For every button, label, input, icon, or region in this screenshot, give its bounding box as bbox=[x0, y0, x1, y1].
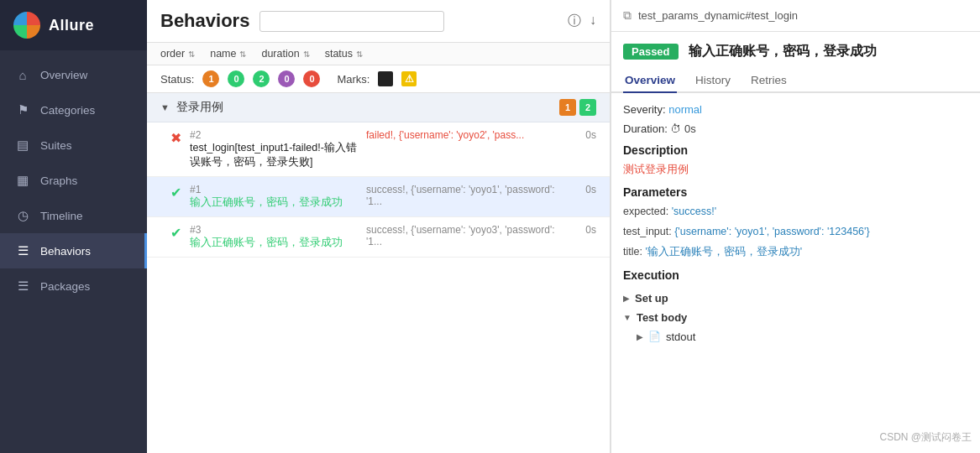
duration-label: Duration: bbox=[623, 122, 668, 135]
categories-icon: ⚑ bbox=[15, 102, 30, 117]
test-duration: 0s bbox=[576, 224, 596, 236]
sidebar-label-graphs: Graphs bbox=[40, 174, 77, 187]
right-panel: ⧉ test_params_dynamic#test_login Passed … bbox=[611, 0, 980, 453]
packages-icon: ☰ bbox=[15, 279, 30, 294]
setup-row[interactable]: ▶ Set up bbox=[623, 289, 968, 308]
rp-status-row: Passed 输入正确账号，密码，登录成功 bbox=[611, 32, 980, 60]
sidebar-label-behaviors: Behaviors bbox=[40, 245, 91, 258]
rp-detail: Severity: normal Duration: ⏱ 0s Descript… bbox=[611, 93, 980, 453]
status-badge-3: 2 bbox=[253, 70, 270, 87]
test-result: success!, {'username': 'yoyo1', 'passwor… bbox=[366, 184, 568, 207]
name-sort-icon: ⇅ bbox=[239, 49, 246, 59]
filter-bar: order ⇅ name ⇅ duration ⇅ status ⇅ bbox=[147, 43, 610, 65]
suites-icon: ▤ bbox=[15, 138, 30, 153]
mark-warn-icon: ⚠ bbox=[401, 71, 417, 86]
tab-history[interactable]: History bbox=[694, 69, 732, 93]
watermark: CSDN @测试闷卷王 bbox=[879, 430, 972, 445]
sidebar-item-behaviors[interactable]: ☰ Behaviors bbox=[0, 233, 147, 268]
execution-section: ▶ Set up ▼ Test body ▶ 📄 stdout bbox=[623, 289, 968, 346]
test-result: failed!, {'username': 'yoyo2', 'pass... bbox=[366, 129, 568, 141]
test-body-row[interactable]: ▼ Test body bbox=[623, 308, 968, 327]
group-toggle-icon: ▼ bbox=[160, 102, 170, 112]
search-input[interactable] bbox=[259, 11, 444, 32]
sidebar-item-suites[interactable]: ▤ Suites bbox=[0, 128, 147, 163]
behaviors-list: ▼ 登录用例 1 2 ✖ #2 test_login[test_input1-f… bbox=[147, 93, 610, 453]
duration-sort-icon: ⇅ bbox=[303, 49, 310, 59]
header-icons: ⓘ ↓ bbox=[568, 13, 596, 30]
test-duration: 0s bbox=[576, 129, 596, 141]
sidebar-item-overview[interactable]: ⌂ Overview bbox=[0, 57, 147, 92]
setup-arrow-icon: ▶ bbox=[623, 294, 630, 303]
test-name: 输入正确账号，密码，登录成功 bbox=[190, 195, 358, 210]
stdout-row[interactable]: ▶ 📄 stdout bbox=[623, 327, 968, 346]
sidebar-label-overview: Overview bbox=[40, 69, 87, 81]
timeline-icon: ◷ bbox=[15, 208, 30, 223]
duration-row: Duration: ⏱ 0s bbox=[623, 122, 968, 135]
filter-name[interactable]: name ⇅ bbox=[210, 48, 246, 60]
group-name: 登录用例 bbox=[176, 100, 223, 115]
filter-order-label: order bbox=[160, 48, 185, 60]
severity-label: Severity: bbox=[623, 103, 666, 116]
sidebar-item-timeline[interactable]: ◷ Timeline bbox=[0, 198, 147, 233]
main-content: Behaviors ⓘ ↓ order ⇅ name ⇅ duration ⇅ … bbox=[147, 0, 611, 453]
status-badge-2: 0 bbox=[228, 70, 244, 87]
group-count-green: 2 bbox=[579, 99, 596, 116]
table-row[interactable]: ✔ #3 输入正确账号，密码，登录成功 success!, {'username… bbox=[147, 217, 610, 258]
sidebar-label-timeline: Timeline bbox=[40, 210, 83, 222]
test-num: #2 bbox=[190, 129, 358, 141]
rp-filepath: test_params_dynamic#test_login bbox=[638, 9, 798, 22]
status-bar: Status: 1 0 2 0 0 Marks: ⚠ bbox=[147, 65, 610, 93]
filter-status-label: status bbox=[325, 48, 353, 60]
severity-row: Severity: normal bbox=[623, 103, 968, 116]
rp-test-title: 输入正确账号，密码，登录成功 bbox=[689, 42, 877, 60]
param-row-testinput: test_input: {'username': 'yoyo1', 'passw… bbox=[623, 224, 968, 240]
status-badge-4: 0 bbox=[278, 70, 295, 87]
filter-duration-label: duration bbox=[261, 48, 299, 60]
severity-value: normal bbox=[668, 103, 702, 116]
param-row-title: title: '输入正确账号，密码，登录成功' bbox=[623, 244, 968, 260]
test-meta: #1 输入正确账号，密码，登录成功 bbox=[190, 184, 358, 210]
description-title: Description bbox=[623, 143, 968, 157]
test-body-label: Test body bbox=[637, 311, 687, 324]
group-header-denglu[interactable]: ▼ 登录用例 1 2 bbox=[147, 93, 610, 122]
sidebar-logo-text: Allure bbox=[49, 17, 94, 34]
pass-icon: ✔ bbox=[170, 185, 181, 200]
setup-label: Set up bbox=[635, 292, 668, 305]
sidebar-item-packages[interactable]: ☰ Packages bbox=[0, 268, 147, 304]
param-row-expected: expected: 'success!' bbox=[623, 204, 968, 220]
tab-retries[interactable]: Retries bbox=[749, 69, 789, 93]
info-icon[interactable]: ⓘ bbox=[568, 13, 581, 30]
main-header: Behaviors ⓘ ↓ bbox=[147, 0, 610, 43]
sidebar-item-categories[interactable]: ⚑ Categories bbox=[0, 92, 147, 128]
param-key-title: title: bbox=[623, 246, 642, 258]
filter-duration[interactable]: duration ⇅ bbox=[261, 48, 309, 60]
test-meta: #3 输入正确账号，密码，登录成功 bbox=[190, 224, 358, 250]
stdout-label: stdout bbox=[666, 331, 695, 343]
tab-overview[interactable]: Overview bbox=[623, 69, 677, 93]
mark-black-icon bbox=[378, 71, 393, 86]
pass-icon: ✔ bbox=[170, 225, 181, 241]
duration-value: 0s bbox=[684, 122, 696, 135]
sidebar-label-categories: Categories bbox=[40, 104, 95, 117]
filter-order[interactable]: order ⇅ bbox=[160, 48, 195, 60]
execution-title: Execution bbox=[623, 268, 968, 282]
stdout-arrow-icon: ▶ bbox=[637, 332, 643, 341]
allure-logo-icon bbox=[13, 12, 40, 39]
filter-status[interactable]: status ⇅ bbox=[325, 48, 363, 60]
test-meta: #2 test_login[test_input1-failed!-输入错误账号… bbox=[190, 129, 358, 169]
testbody-arrow-icon: ▼ bbox=[623, 313, 631, 322]
file-icon: 📄 bbox=[648, 331, 661, 342]
download-icon[interactable]: ↓ bbox=[590, 13, 596, 30]
param-val-title: '输入正确账号，密码，登录成功' bbox=[645, 246, 802, 258]
table-row[interactable]: ✔ #1 输入正确账号，密码，登录成功 success!, {'username… bbox=[147, 177, 610, 217]
description-text: 测试登录用例 bbox=[623, 162, 968, 177]
sidebar-item-graphs[interactable]: ▦ Graphs bbox=[0, 163, 147, 198]
param-key-expected: expected: bbox=[623, 206, 668, 217]
graphs-icon: ▦ bbox=[15, 173, 30, 188]
sidebar-label-packages: Packages bbox=[40, 280, 90, 293]
group-count-orange: 1 bbox=[559, 99, 576, 116]
test-duration: 0s bbox=[576, 184, 596, 195]
param-val-testinput: {'username': 'yoyo1', 'password': '12345… bbox=[674, 226, 869, 237]
status-badge-1: 1 bbox=[202, 70, 219, 87]
table-row[interactable]: ✖ #2 test_login[test_input1-failed!-输入错误… bbox=[147, 122, 610, 177]
